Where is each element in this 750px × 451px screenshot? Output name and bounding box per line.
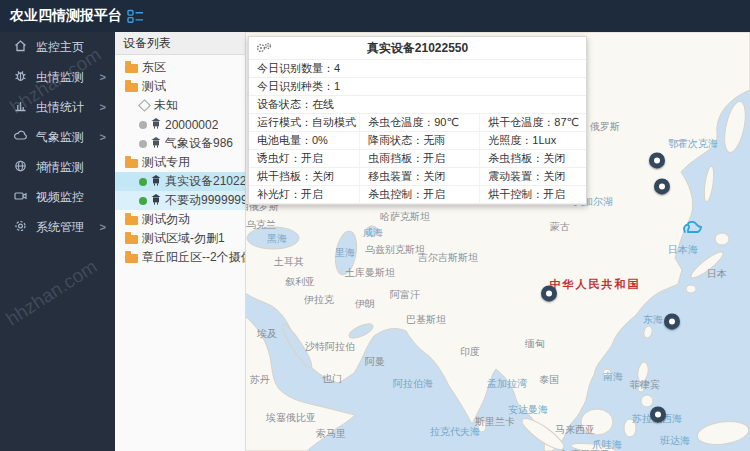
tree-item-label: 气象设备986 [165, 135, 233, 152]
map-country-label: 埃及 [257, 327, 277, 341]
device-location-pin[interactable] [541, 285, 557, 301]
detail-cell: 震动装置：关闭 [480, 168, 586, 186]
top-header: 农业四情测报平台 [0, 0, 750, 32]
tree-device-weather986[interactable]: 气象设备986 [115, 134, 245, 153]
map-country-label: 日本 [707, 267, 727, 281]
insect-trap-icon [151, 194, 161, 208]
sidebar-item-label: 监控主页 [36, 39, 84, 56]
folder-icon [125, 216, 138, 225]
tree-item-label: 真实设备21022550 [165, 173, 245, 190]
map-country-label: 巴基斯坦 [406, 313, 446, 327]
map-country-label: 沙特阿拉伯 [305, 340, 355, 354]
sidebar-item-soil-monitor[interactable]: 墒情监测 [0, 152, 115, 182]
tree-folder-test-area[interactable]: 测试区域-勿删1 [115, 229, 245, 248]
map-country-label: 蒙古 [550, 220, 570, 234]
tree-folder-test-nomove[interactable]: 测试勿动 [115, 210, 245, 229]
insect-trap-icon [151, 118, 161, 132]
device-location-pin[interactable] [654, 178, 670, 194]
map-sea-label: 爪哇海 [592, 438, 622, 451]
insect-trap-icon [151, 175, 161, 189]
sidebar-item-label: 虫情统计 [36, 99, 84, 116]
tree-device-do-not-touch[interactable]: 不要动99999999 [115, 191, 245, 210]
tree-folder-east[interactable]: 东区 [115, 58, 245, 77]
device-tree: 东区 测试 未知 20000002 气象设备986 测试专用 真实设备21022… [115, 55, 245, 267]
today-types-row: 今日识别种类：1 [249, 78, 586, 96]
tree-item-label: 东区 [142, 59, 166, 76]
map-country-label: 也门 [322, 372, 342, 386]
detail-cell: 烘干控制：开启 [480, 186, 586, 204]
sidebar-item-label: 墒情监测 [36, 159, 84, 176]
map-country-label: 阿富汗 [390, 288, 420, 302]
tree-folder-test[interactable]: 测试 [115, 77, 245, 96]
layout-toggle-icon[interactable] [127, 9, 144, 24]
map-country-label: 斯里兰卡 [475, 415, 515, 429]
sidebar-item-system-admin[interactable]: 系统管理 > [0, 212, 115, 242]
map-sea-label: 东海 [643, 313, 663, 327]
map-sea-label: 鄂霍次克海 [668, 137, 718, 151]
tree-item-label: 测试区域-勿删1 [142, 230, 225, 247]
device-location-pin[interactable] [664, 313, 680, 329]
device-status-row: 设备状态：在线 [249, 96, 586, 114]
sidebar-item-monitor-home[interactable]: 监控主页 [0, 32, 115, 62]
map-sea-label: 班达海 [660, 434, 690, 448]
device-location-pin[interactable] [649, 152, 665, 168]
detail-cell: 降雨状态：无雨 [360, 132, 480, 150]
tree-node-unknown[interactable]: 未知 [115, 96, 245, 115]
map-country-label: 伊拉克 [304, 293, 334, 307]
tree-item-label: 测试专用 [142, 154, 190, 171]
sidebar-item-video-monitor[interactable]: 视频监控 [0, 182, 115, 212]
sidebar-item-label: 虫情监测 [36, 69, 84, 86]
app-title: 农业四情测报平台 [0, 7, 115, 25]
offline-status-dot [139, 121, 147, 129]
detail-cell: 杀虫控制：开启 [360, 186, 480, 204]
camera-icon [13, 188, 28, 206]
device-info-popup: 真实设备21022550 今日识别数量：4 今日识别种类：1 设备状态：在线 运… [248, 36, 587, 205]
map-country-label: 菲律宾 [630, 378, 660, 392]
tree-folder-test-dedicated[interactable]: 测试专用 [115, 153, 245, 172]
map-country-label: 苏丹 [250, 373, 270, 387]
settings-gears-icon[interactable] [255, 41, 273, 57]
detail-cell: 虫雨挡板：开启 [360, 150, 480, 168]
map-sea-label: 里海 [335, 246, 355, 260]
tree-item-label: 未知 [154, 97, 178, 114]
chevron-right-icon: > [100, 71, 106, 83]
folder-icon [125, 235, 138, 244]
chevron-right-icon: > [100, 221, 106, 233]
detail-cell: 补光灯：开启 [249, 186, 360, 204]
map-country-label: 马来西亚 [555, 423, 595, 437]
tree-folder-zhangqiu[interactable]: 章丘阳丘区--2个摄像头 [115, 248, 245, 267]
offline-status-dot [139, 140, 147, 148]
map-sea-label: 咸海 [363, 226, 383, 240]
detail-cell: 烘干挡板：关闭 [249, 168, 360, 186]
sidebar-item-weather-monitor[interactable]: 气象监测 > [0, 122, 115, 152]
bug-icon [13, 68, 28, 86]
map-sea-label: 孟加拉湾 [487, 377, 527, 391]
insect-trap-icon [151, 137, 161, 151]
tree-device-20000002[interactable]: 20000002 [115, 115, 245, 134]
sidebar-item-insect-stats[interactable]: 虫情统计 > [0, 92, 115, 122]
map-sea-label: 阿拉伯海 [393, 377, 433, 391]
chevron-right-icon: > [100, 101, 106, 113]
detail-cell: 杀虫仓温度：90℃ [360, 114, 480, 132]
map-country-label: 俄罗斯 [590, 120, 620, 134]
chart-icon [13, 98, 28, 116]
bird-marker-icon[interactable] [679, 218, 703, 240]
popup-device-title: 真实设备21022550 [367, 40, 468, 57]
map-country-label: 埃塞俄比亚 [266, 411, 316, 425]
detail-cell: 烘干仓温度：87℃ [480, 114, 586, 132]
map-country-label: 乌克兰 [246, 218, 276, 232]
folder-icon [125, 64, 138, 73]
detail-cell: 运行模式：自动模式 [249, 114, 360, 132]
tree-device-real-21022550[interactable]: 真实设备21022550 [115, 172, 245, 191]
map-country-label: 乌兹别克斯坦 [365, 243, 425, 257]
sidebar-item-insect-monitor[interactable]: 虫情监测 > [0, 62, 115, 92]
sidebar-item-label: 系统管理 [36, 219, 84, 236]
sidebar-item-label: 气象监测 [36, 129, 84, 146]
tree-item-label: 章丘阳丘区--2个摄像头 [142, 249, 245, 266]
home-icon [13, 38, 28, 56]
device-detail-grid: 运行模式：自动模式 杀虫仓温度：90℃ 烘干仓温度：87℃ 电池电量：0% 降雨… [249, 114, 586, 204]
map-sea-label: 安达曼海 [508, 403, 548, 417]
map-country-label: 泰国 [539, 373, 559, 387]
device-location-pin[interactable] [650, 406, 666, 422]
tree-item-label: 测试 [142, 78, 166, 95]
